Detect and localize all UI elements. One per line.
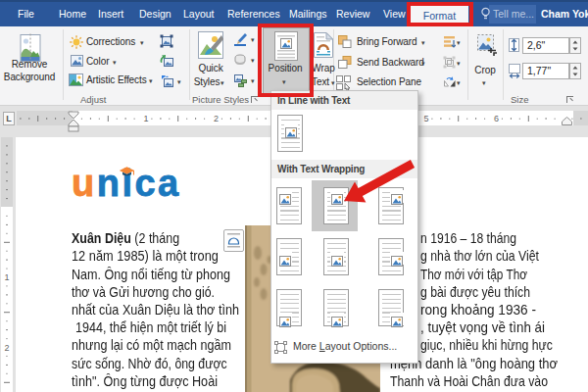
svg-text:2: 2 [214, 114, 219, 123]
svg-text:2: 2 [4, 343, 9, 353]
svg-text:6: 6 [494, 114, 499, 123]
svg-text:1: 1 [4, 272, 9, 282]
svg-text:5: 5 [423, 114, 428, 123]
svg-text:1: 1 [143, 114, 148, 123]
